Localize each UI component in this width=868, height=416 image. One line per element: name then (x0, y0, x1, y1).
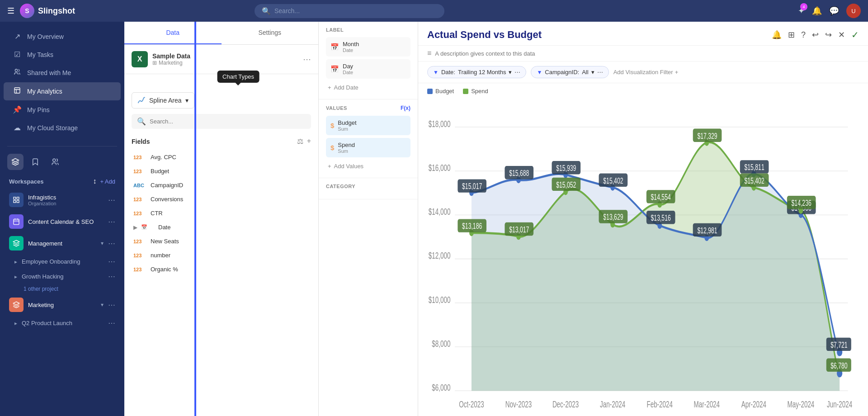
chart-filters: ▼ Date: Trailing 12 Months ▾ ⋯ ▼ Campaig… (418, 61, 868, 83)
field-ctr[interactable]: 123 CTR (132, 206, 311, 220)
workspace-infragistics[interactable]: Infragistics Organization ⋯ (0, 189, 124, 211)
config-month-name: Month (343, 41, 406, 47)
field-conversions[interactable]: 123 Conversions (132, 192, 311, 206)
sparkle-icon[interactable]: ✦ 4 (798, 6, 805, 16)
config-value-spend[interactable]: $ Spend Sum (326, 138, 410, 157)
field-number[interactable]: 123 number (132, 248, 311, 262)
chart-area: 🔔 ⊞ ? ↩ ↪ ✕ ✓ ≡ ▼ Date: Traili (418, 22, 868, 416)
sidebar-tab-bookmarks[interactable] (27, 154, 43, 170)
svg-text:$7,721: $7,721 (830, 340, 847, 349)
field-name-organic: Organic % (151, 266, 178, 273)
tab-data[interactable]: Data (124, 22, 222, 44)
project-employee-onboarding[interactable]: ▸ Employee Onboarding ⋯ (0, 254, 124, 269)
config-value-budget[interactable]: $ Budget Sum (326, 116, 410, 135)
chart-description-input[interactable] (435, 50, 859, 57)
global-search[interactable]: 🔍 (255, 4, 444, 18)
sidebar-label-shared: Shared with Me (27, 69, 71, 76)
project-q2-launch[interactable]: ▸ Q2 Product Launch ⋯ (0, 316, 124, 331)
workspace-more-icon[interactable]: ⋯ (108, 196, 115, 204)
add-date-button[interactable]: + Add Date (326, 81, 410, 94)
svg-text:Jun-2024: Jun-2024 (827, 399, 852, 410)
field-avg-cpc[interactable]: 123 Avg. CPC (132, 150, 311, 164)
add-workspace-button[interactable]: + Add (100, 178, 115, 185)
project-more-q2[interactable]: ⋯ (108, 319, 115, 327)
sidebar-item-tasks[interactable]: ☑ My Tasks (4, 46, 121, 63)
workspaces-sort[interactable]: ↕ (93, 177, 96, 185)
field-date-expand[interactable]: ▶ (133, 224, 137, 231)
sidebar-item-pins[interactable]: 📌 My Pins (4, 101, 121, 118)
sidebar-item-overview[interactable]: ↗ My Overview (4, 28, 121, 45)
filter-campaign-chevron: ▾ (591, 69, 594, 76)
fields-search-bar[interactable]: 🔍 (132, 114, 311, 129)
search-icon: 🔍 (262, 7, 271, 15)
help-icon[interactable]: ? (801, 30, 806, 40)
svg-text:Feb-2024: Feb-2024 (646, 399, 673, 410)
filter-date-more[interactable]: ⋯ (514, 69, 520, 76)
config-day-sub: Date (343, 70, 406, 75)
config-month-icon: 📅 (330, 43, 339, 51)
shared-icon (13, 68, 22, 77)
grid-icon[interactable]: ⊞ (788, 30, 795, 40)
data-source-info: Sample Data ⊞ Marketing (152, 52, 298, 66)
sidebar-item-analytics[interactable]: My Analytics (4, 82, 121, 100)
chat-icon[interactable]: 💬 (829, 6, 839, 16)
menu-icon[interactable]: ☰ (7, 6, 14, 16)
save-icon[interactable]: ✓ (851, 29, 859, 40)
filter-campaign-more[interactable]: ⋯ (597, 69, 603, 76)
add-values-button[interactable]: + Add Values (326, 160, 410, 172)
bell-icon[interactable]: 🔔 (812, 6, 822, 16)
field-new-seats[interactable]: 123 New Seats (132, 234, 311, 248)
config-label-month[interactable]: 📅 Month Date (326, 37, 410, 57)
sidebar-tab-workspaces[interactable] (7, 154, 24, 170)
project-growth-hacking[interactable]: ▸ Growth Hacking ⋯ (0, 269, 124, 284)
field-campaignid[interactable]: ABC CampaignID (132, 178, 311, 192)
chart-svg: $6,000 $8,000 $10,000 $12,000 $14,000 $1… (427, 96, 859, 411)
workspace-content-more-icon[interactable]: ⋯ (108, 217, 115, 226)
workspace-content-name: Content Calendar & SEO (28, 218, 104, 225)
search-input[interactable] (274, 7, 437, 14)
chart-type-section: Chart Types Spline Area ▾ (124, 74, 318, 114)
config-fx-button[interactable]: F(x) (401, 105, 410, 111)
svg-text:Oct-2023: Oct-2023 (459, 399, 484, 410)
redo-icon[interactable]: ↪ (825, 30, 832, 40)
tab-settings[interactable]: Settings (222, 22, 319, 44)
config-label-day[interactable]: 📅 Day Date (326, 59, 410, 79)
svg-rect-7 (14, 219, 19, 225)
field-date[interactable]: ▶ 📅 Date (132, 220, 311, 234)
sidebar-tab-members[interactable] (47, 154, 63, 170)
filter-campaignid[interactable]: ▼ CampaignID: All ▾ ⋯ (531, 66, 609, 78)
data-source-more-icon[interactable]: ⋯ (303, 54, 311, 64)
add-filter-button[interactable]: Add Visualization Filter + (613, 69, 679, 76)
more-projects-link[interactable]: 1 other project (0, 284, 124, 294)
workspace-content-calendar[interactable]: Content Calendar & SEO ⋯ (0, 211, 124, 232)
workspace-management: Management ▾ ⋯ ▸ Employee Onboarding ⋯ ▸… (0, 232, 124, 294)
data-source-sub-icon: ⊞ (152, 60, 157, 66)
chart-title-input[interactable] (427, 29, 766, 41)
add-date-label: Add Date (334, 84, 359, 91)
fields-add-icon[interactable]: + (307, 137, 311, 146)
fields-balance-icon[interactable]: ⚖ (297, 137, 303, 146)
workspace-management-icon (9, 236, 24, 251)
workspace-marketing-header[interactable]: Marketing ▾ ⋯ (0, 294, 124, 316)
chart-type-button[interactable]: Spline Area ▾ (132, 92, 194, 109)
project-more-employee[interactable]: ⋯ (108, 257, 115, 266)
marketing-more-icon[interactable]: ⋯ (108, 301, 115, 309)
filter-date[interactable]: ▼ Date: Trailing 12 Months ▾ ⋯ (427, 66, 526, 78)
field-organic[interactable]: 123 Organic % (132, 262, 311, 276)
sidebar-item-shared[interactable]: Shared with Me (4, 64, 121, 82)
add-filter-icon: + (675, 69, 679, 76)
user-avatar[interactable]: U (846, 4, 861, 18)
project-more-growth[interactable]: ⋯ (108, 272, 115, 281)
field-budget[interactable]: 123 Budget (132, 164, 311, 178)
close-icon[interactable]: ✕ (838, 30, 845, 40)
field-type-budget: 123 (133, 169, 147, 174)
workspace-management-header[interactable]: Management ▾ ⋯ (0, 232, 124, 254)
field-type-new-seats: 123 (133, 239, 147, 244)
alarm-icon[interactable]: 🔔 (772, 30, 782, 40)
chart-type-chevron: ▾ (185, 97, 189, 104)
management-more-icon[interactable]: ⋯ (108, 239, 115, 248)
sidebar-item-cloud[interactable]: ☁ My Cloud Storage (4, 119, 121, 137)
undo-icon[interactable]: ↩ (812, 30, 819, 40)
chart-actions: 🔔 ⊞ ? ↩ ↪ ✕ ✓ (772, 29, 859, 40)
fields-search-input[interactable] (150, 118, 306, 125)
